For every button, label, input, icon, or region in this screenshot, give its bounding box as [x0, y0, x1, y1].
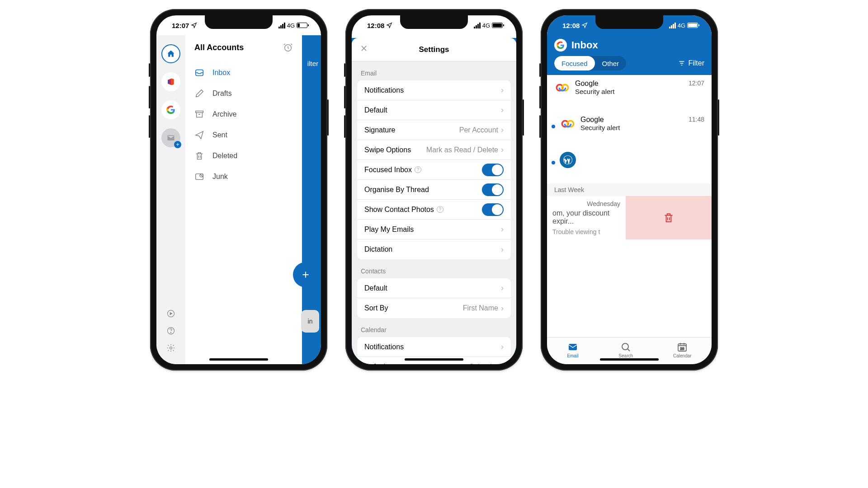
- chevron-right-icon: ›: [501, 125, 504, 135]
- section-header-calendar: Calendar: [352, 318, 516, 337]
- notch: [205, 15, 273, 29]
- home-indicator[interactable]: [600, 358, 659, 361]
- folder-junk[interactable]: Junk: [194, 166, 293, 187]
- help-icon[interactable]: ?: [415, 166, 421, 173]
- folder-drafts[interactable]: Drafts: [194, 83, 293, 104]
- home-indicator[interactable]: [405, 358, 463, 361]
- svg-rect-7: [196, 111, 203, 113]
- inbox-icon: [194, 68, 204, 78]
- status-time: 12:07: [172, 22, 189, 29]
- sender-avatar: [560, 116, 576, 132]
- folder-sent[interactable]: Sent: [194, 125, 293, 145]
- search-icon: [620, 342, 631, 352]
- folder-label: Sent: [212, 131, 227, 139]
- account-avatar-button[interactable]: [554, 39, 567, 52]
- row-play-emails[interactable]: Play My Emails ›: [357, 220, 511, 239]
- tab-focused[interactable]: Focused: [554, 56, 595, 70]
- snackbar-peek: in: [301, 310, 319, 333]
- svg-point-19: [622, 343, 628, 350]
- message-row[interactable]: [547, 147, 712, 183]
- message-row-swiping[interactable]: Wednesday om, your discount expir... Tro…: [547, 196, 712, 239]
- row-focused-inbox[interactable]: Focused Inbox?: [357, 160, 511, 180]
- swipe-delete-action[interactable]: [626, 196, 712, 239]
- phone-frame-2: 12:08 4G Settings Email: [345, 9, 523, 371]
- folder-inbox[interactable]: Inbox: [194, 62, 293, 83]
- chevron-right-icon: ›: [501, 304, 504, 313]
- notch: [595, 15, 663, 29]
- chevron-right-icon: ›: [501, 362, 504, 365]
- folder-archive[interactable]: Archive: [194, 104, 293, 125]
- chevron-right-icon: ›: [501, 342, 504, 352]
- compose-fab[interactable]: [293, 262, 318, 287]
- alarm-icon[interactable]: [283, 42, 293, 52]
- play-emails-icon[interactable]: [166, 309, 175, 318]
- tab-search[interactable]: Search: [618, 342, 633, 358]
- signal-bars-icon: [669, 23, 676, 28]
- sent-icon: [194, 130, 204, 140]
- row-contacts-default[interactable]: Default ›: [357, 278, 511, 298]
- message-row[interactable]: Google12:07 Security alert: [547, 75, 712, 111]
- message-row[interactable]: Google11:48 Security alert: [547, 111, 712, 147]
- svg-text:28: 28: [680, 347, 684, 351]
- rail-google-button[interactable]: [161, 100, 180, 119]
- rail-office-button[interactable]: [161, 72, 180, 91]
- chevron-right-icon: ›: [501, 85, 504, 95]
- section-header-contacts: Contacts: [352, 259, 516, 278]
- message-subject: Security alert: [575, 88, 704, 95]
- home-indicator[interactable]: [209, 358, 268, 361]
- archive-icon: [194, 109, 204, 119]
- tab-other[interactable]: Other: [595, 56, 627, 70]
- filter-text-peek: ilter: [307, 60, 318, 67]
- status-time: 12:08: [562, 22, 580, 29]
- status-time: 12:08: [367, 22, 384, 29]
- tab-email[interactable]: Email: [567, 342, 578, 358]
- toggle-focused-inbox[interactable]: [482, 164, 504, 176]
- folder-label: Inbox: [212, 69, 230, 77]
- google-avatar-icon: [555, 80, 570, 95]
- inbox-segment: Focused Other: [554, 56, 626, 70]
- signal-bars-icon: [278, 23, 285, 28]
- toggle-organise-thread[interactable]: [482, 183, 504, 196]
- calendar-icon: 28: [677, 342, 688, 352]
- drafts-icon: [194, 89, 204, 99]
- status-network: 4G: [678, 22, 685, 29]
- folder-label: Archive: [212, 110, 236, 118]
- row-dictation[interactable]: Dictation ›: [357, 239, 511, 259]
- svg-point-4: [170, 347, 172, 349]
- folder-label: Junk: [212, 173, 228, 181]
- row-default[interactable]: Default ›: [357, 100, 511, 120]
- row-contact-photos[interactable]: Show Contact Photos?: [357, 200, 511, 220]
- settings-icon[interactable]: [166, 343, 175, 352]
- row-sort-by[interactable]: Sort By First Name›: [357, 298, 511, 318]
- close-icon: [360, 44, 368, 52]
- help-icon[interactable]: [166, 326, 175, 335]
- folder-deleted[interactable]: Deleted: [194, 145, 293, 166]
- close-button[interactable]: [360, 44, 368, 55]
- row-notifications[interactable]: Notifications ›: [357, 80, 511, 100]
- home-icon: [166, 49, 175, 58]
- battery-icon: [687, 23, 698, 28]
- tab-calendar[interactable]: 28 Calendar: [673, 342, 692, 358]
- chevron-right-icon: ›: [501, 225, 504, 234]
- row-signature[interactable]: Signature Per Account›: [357, 120, 511, 140]
- message-sender: Google: [580, 116, 604, 124]
- rail-add-account-button[interactable]: +: [161, 128, 180, 147]
- google-icon: [557, 41, 565, 49]
- wordpress-icon: [563, 155, 573, 165]
- row-cal-notifications[interactable]: Notifications ›: [357, 337, 511, 357]
- plus-icon: [301, 270, 311, 280]
- sender-avatar: [554, 80, 571, 96]
- account-rail: +: [156, 35, 185, 364]
- help-icon[interactable]: ?: [437, 206, 443, 213]
- row-organise-thread[interactable]: Organise By Thread: [357, 180, 511, 200]
- accounts-title: All Accounts: [194, 43, 244, 52]
- message-list[interactable]: Google12:07 Security alert Google11:48 S…: [547, 75, 712, 333]
- location-arrow-icon: [191, 22, 197, 28]
- trash-icon: [663, 212, 675, 224]
- rail-home-button[interactable]: [161, 44, 180, 63]
- filter-button[interactable]: Filter: [678, 59, 704, 67]
- settings-header: Settings: [352, 38, 516, 61]
- toggle-contact-photos[interactable]: [482, 203, 504, 216]
- background-content-peek[interactable]: ilter in: [302, 35, 321, 364]
- row-swipe-options[interactable]: Swipe Options Mark as Read / Delete›: [357, 140, 511, 160]
